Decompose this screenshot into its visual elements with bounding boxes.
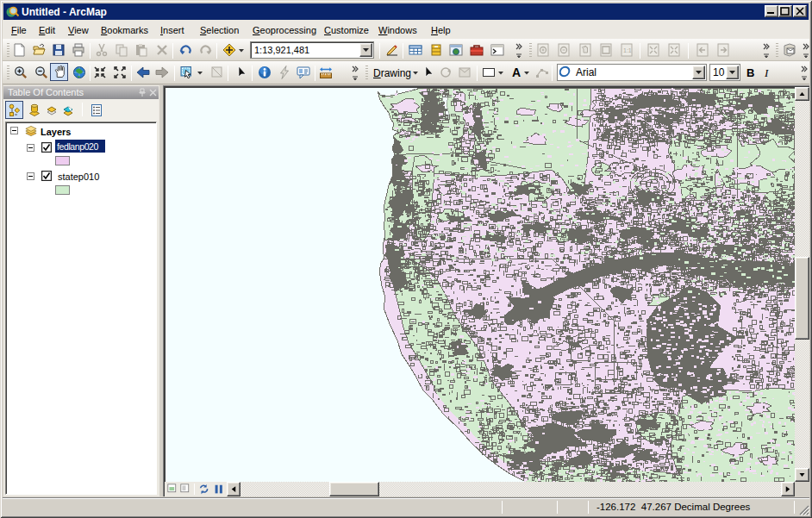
svg-text:1:1: 1:1	[623, 47, 632, 53]
